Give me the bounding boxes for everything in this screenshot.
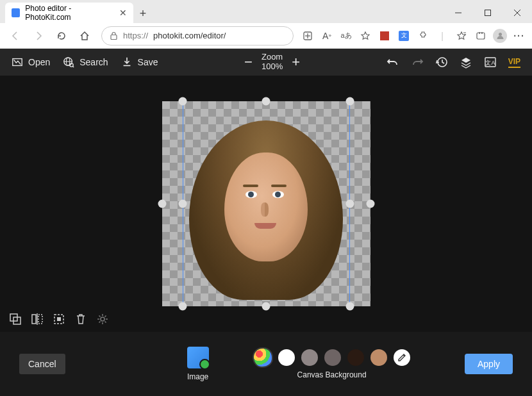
tab-title: Photo editor - PhotoKit.com [25, 4, 114, 22]
swatch-2[interactable] [324, 349, 341, 366]
zoom-label: Zoom [262, 53, 283, 62]
handle-top-right[interactable] [345, 97, 354, 106]
svg-rect-30 [57, 317, 61, 321]
search-button[interactable]: Search [63, 56, 108, 68]
handle-bot-right[interactable] [345, 302, 354, 311]
language-button[interactable]: 文A [484, 56, 497, 69]
handle-top[interactable] [262, 97, 270, 106]
save-button[interactable]: Save [121, 56, 158, 68]
svg-rect-1 [485, 10, 491, 16]
cancel-label: Cancel [28, 359, 56, 369]
swatches-row [254, 349, 410, 367]
ext-red-square-icon[interactable] [377, 28, 392, 44]
collections-icon[interactable] [473, 28, 488, 44]
search-globe-icon [63, 56, 74, 68]
split-icon[interactable] [31, 313, 44, 326]
divider: | [435, 28, 450, 44]
window-titlebar: Photo editor - PhotoKit.com ✕ + [0, 0, 532, 23]
tab-close-icon[interactable]: ✕ [119, 8, 127, 18]
redo-button[interactable] [411, 56, 424, 69]
zoom-controls: − Zoom 100% + [244, 53, 300, 72]
handle-mid-right[interactable] [345, 200, 354, 208]
image-thumbnail-icon [187, 347, 209, 368]
open-icon [12, 56, 23, 68]
favorites-bar-icon[interactable] [454, 28, 469, 44]
app-toolbar: Open Search Save − Zoom 100% + 文A VIP [0, 49, 532, 76]
svg-point-13 [499, 33, 502, 36]
svg-text:文A: 文A [485, 60, 495, 66]
home-button[interactable] [74, 26, 95, 46]
layers-button[interactable] [460, 56, 472, 69]
browser-extensions-row: A» aあ 文 | ··· [300, 28, 527, 44]
profile-avatar[interactable] [492, 28, 508, 44]
app-icon[interactable] [300, 28, 315, 44]
apply-button[interactable]: Apply [465, 354, 513, 374]
search-label: Search [79, 57, 108, 67]
swatch-0[interactable] [278, 349, 295, 366]
open-button[interactable]: Open [12, 56, 50, 68]
open-label: Open [28, 57, 50, 67]
handle-bot-left[interactable] [178, 302, 187, 311]
url-prefix: https:// [123, 31, 148, 40]
svg-point-31 [101, 317, 104, 321]
zoom-readout[interactable]: Zoom 100% [262, 53, 283, 72]
undo-button[interactable] [387, 56, 399, 69]
canvas[interactable] [162, 101, 370, 306]
swatch-1[interactable] [301, 349, 318, 366]
handle-bottom[interactable] [262, 302, 270, 311]
swatch-3[interactable] [347, 349, 364, 366]
swatch-4[interactable] [370, 349, 387, 366]
window-controls [444, 3, 532, 23]
translate-icon-b[interactable]: aあ [338, 28, 354, 44]
svg-rect-10 [477, 33, 485, 39]
handle-mid-left[interactable] [178, 200, 187, 208]
trash-icon[interactable] [74, 313, 87, 326]
toolbar-right: 文A VIP [387, 56, 520, 69]
svg-rect-27 [38, 315, 42, 324]
palette-icon[interactable] [254, 349, 272, 367]
photokit-app: Open Search Save − Zoom 100% + 文A VIP [0, 49, 532, 396]
zoom-in-button[interactable]: + [292, 54, 300, 70]
handle-right[interactable] [366, 200, 374, 208]
select-all-icon[interactable] [53, 313, 65, 326]
forward-button[interactable] [28, 26, 49, 46]
bg-image-option[interactable]: Image [187, 347, 209, 381]
bottom-panel: Cancel Image Canvas Background Apply [0, 332, 532, 396]
close-window-button[interactable] [503, 3, 532, 23]
handle-left[interactable] [158, 200, 166, 208]
extensions-menu-icon[interactable] [415, 28, 431, 44]
browser-address-bar: https://photokit.com/editor/ A» aあ 文 | ·… [0, 23, 532, 49]
zoom-out-button[interactable]: − [244, 54, 253, 70]
read-aloud-icon[interactable]: A» [319, 28, 335, 44]
maximize-button[interactable] [473, 3, 503, 23]
history-button[interactable] [435, 56, 448, 69]
vip-badge[interactable]: VIP [508, 57, 520, 68]
favorite-icon[interactable] [358, 28, 373, 44]
ext-translate-icon[interactable]: 文 [396, 28, 411, 44]
new-tab-button[interactable]: + [133, 4, 153, 23]
canvas-bg-label: Canvas Background [297, 370, 367, 379]
canvas-tool-row [9, 313, 109, 326]
more-menu-icon[interactable]: ··· [511, 28, 527, 44]
cancel-button[interactable]: Cancel [19, 354, 65, 374]
minimize-button[interactable] [444, 3, 473, 23]
copy-icon[interactable] [9, 313, 22, 326]
eyedropper-button[interactable] [394, 349, 410, 366]
image-content [183, 101, 350, 306]
download-icon [121, 56, 133, 68]
canvas-area [0, 76, 532, 332]
canvas-background-group: Canvas Background [254, 349, 410, 379]
lock-icon [110, 31, 118, 40]
image-label: Image [187, 372, 208, 381]
url-field[interactable]: https://photokit.com/editor/ [101, 26, 294, 45]
url-path: photokit.com/editor/ [153, 31, 226, 40]
zoom-value: 100% [262, 62, 283, 72]
reload-button[interactable] [51, 26, 72, 46]
tab-favicon [12, 8, 20, 17]
handle-top-left[interactable] [178, 97, 187, 106]
browser-tab[interactable]: Photo editor - PhotoKit.com ✕ [5, 3, 133, 23]
back-button[interactable] [5, 26, 26, 46]
gear-icon[interactable] [96, 313, 109, 326]
svg-rect-26 [32, 315, 36, 324]
apply-label: Apply [478, 359, 500, 369]
